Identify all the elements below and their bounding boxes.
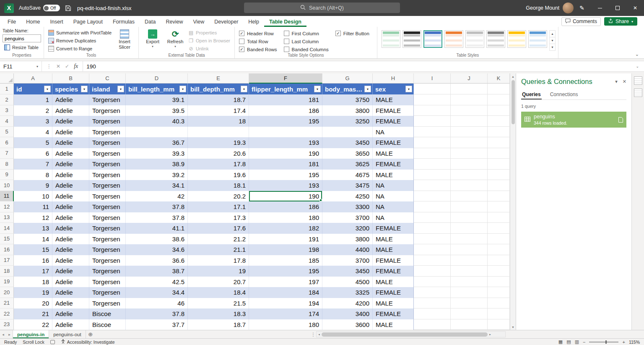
- refresh-dropdown-icon[interactable]: ▾: [174, 45, 176, 48]
- row-header-11[interactable]: 11: [0, 191, 14, 202]
- cell-F19[interactable]: 197: [249, 277, 322, 288]
- share-dropdown-icon[interactable]: ▾: [631, 20, 633, 24]
- empty-cell[interactable]: [451, 266, 488, 277]
- row-header-3[interactable]: 3: [0, 105, 14, 116]
- zoom-slider-knob[interactable]: [605, 340, 607, 344]
- empty-cell[interactable]: [414, 319, 451, 330]
- collapse-ribbon-icon[interactable]: ⌄: [635, 52, 639, 57]
- cell-D22[interactable]: 37.8: [126, 308, 188, 319]
- cell-B6[interactable]: Adelie: [52, 137, 89, 148]
- cell-D12[interactable]: 37.8: [126, 201, 188, 212]
- cell-A5[interactable]: 4: [14, 127, 52, 138]
- empty-cell[interactable]: [451, 223, 488, 234]
- table-style-thumb[interactable]: [465, 30, 484, 48]
- cell-A10[interactable]: 9: [14, 180, 52, 191]
- ribbon-tab-view[interactable]: View: [188, 16, 209, 27]
- cell-C10[interactable]: Torgersen: [89, 180, 126, 191]
- empty-cell[interactable]: [451, 84, 488, 94]
- cell-C6[interactable]: Torgersen: [89, 137, 126, 148]
- cell-E6[interactable]: 19.3: [188, 137, 249, 148]
- cell-H11[interactable]: NA: [373, 191, 414, 202]
- normal-view-icon[interactable]: ▦: [558, 340, 563, 344]
- cell-H5[interactable]: NA: [373, 127, 414, 138]
- cell-F21[interactable]: 194: [249, 298, 322, 309]
- cell-H16[interactable]: MALE: [373, 244, 414, 255]
- cell-D2[interactable]: 39.1: [126, 94, 188, 105]
- resize-table-button[interactable]: Resize Table: [3, 44, 40, 51]
- empty-cell[interactable]: [488, 191, 510, 202]
- cell-E23[interactable]: 18.7: [188, 319, 249, 330]
- cell-B15[interactable]: Adelie: [52, 234, 89, 245]
- style-option-banded-rows[interactable]: ✓Banded Rows: [239, 47, 277, 52]
- ribbon-tab-data[interactable]: Data: [140, 16, 161, 27]
- empty-cell[interactable]: [414, 94, 451, 105]
- cell-E17[interactable]: 17.8: [188, 255, 249, 266]
- cell-E8[interactable]: 17.8: [188, 159, 249, 170]
- empty-cell[interactable]: [414, 298, 451, 309]
- sheet-tab-penguins-in[interactable]: penguins-in: [13, 330, 49, 338]
- empty-cell[interactable]: [488, 287, 510, 298]
- column-header-E[interactable]: E: [188, 73, 249, 84]
- cell-C14[interactable]: Torgersen: [89, 223, 126, 234]
- cell-H8[interactable]: FEMALE: [373, 159, 414, 170]
- search-box[interactable]: Search (Alt+Q): [244, 3, 400, 13]
- column-header-H[interactable]: H: [373, 73, 414, 84]
- cell-B19[interactable]: Adelie: [52, 277, 89, 288]
- row-header-22[interactable]: 22: [0, 308, 14, 319]
- cell-C20[interactable]: Torgersen: [89, 287, 126, 298]
- cell-G8[interactable]: 3625: [322, 159, 373, 170]
- cell-H19[interactable]: MALE: [373, 277, 414, 288]
- cell-C17[interactable]: Torgersen: [89, 255, 126, 266]
- cell-E21[interactable]: 21.5: [188, 298, 249, 309]
- cell-G19[interactable]: 4500: [322, 277, 373, 288]
- cell-E2[interactable]: 18.7: [188, 94, 249, 105]
- cell-D8[interactable]: 38.9: [126, 159, 188, 170]
- cell-B10[interactable]: Adelie: [52, 180, 89, 191]
- tab-connections[interactable]: Connections: [549, 91, 579, 99]
- cell-G3[interactable]: 3800: [322, 105, 373, 116]
- empty-cell[interactable]: [451, 277, 488, 288]
- cell-C4[interactable]: Torgersen: [89, 116, 126, 127]
- cell-H2[interactable]: MALE: [373, 94, 414, 105]
- cell-B9[interactable]: Adelie: [52, 170, 89, 180]
- cell-F6[interactable]: 193: [249, 137, 322, 148]
- cell-B13[interactable]: Adelie: [52, 212, 89, 223]
- cell-H17[interactable]: FEMALE: [373, 255, 414, 266]
- cell-B14[interactable]: Adelie: [52, 223, 89, 234]
- ribbon-tab-formulas[interactable]: Formulas: [108, 16, 140, 27]
- cell-B17[interactable]: Adelie: [52, 255, 89, 266]
- cell-G16[interactable]: 4400: [322, 244, 373, 255]
- cell-G18[interactable]: 3450: [322, 266, 373, 277]
- empty-cell[interactable]: [414, 255, 451, 266]
- cell-C16[interactable]: Torgersen: [89, 244, 126, 255]
- cell-H3[interactable]: FEMALE: [373, 105, 414, 116]
- cell-G13[interactable]: 3700: [322, 212, 373, 223]
- filter-button[interactable]: ▼: [81, 86, 88, 92]
- empty-cell[interactable]: [414, 234, 451, 245]
- cell-D4[interactable]: 40.3: [126, 116, 188, 127]
- row-header-14[interactable]: 14: [0, 223, 14, 234]
- style-option-filter-button[interactable]: ✓Filter Button: [335, 31, 369, 36]
- column-header-C[interactable]: C: [89, 73, 126, 84]
- insert-function-icon[interactable]: fx: [74, 63, 78, 70]
- cell-D10[interactable]: 34.1: [126, 180, 188, 191]
- cell-B8[interactable]: Adelie: [52, 159, 89, 170]
- ribbon-tab-file[interactable]: File: [3, 16, 21, 27]
- filter-button[interactable]: ▼: [117, 86, 124, 92]
- style-option-header-row[interactable]: ✓Header Row: [239, 31, 277, 36]
- cell-C12[interactable]: Torgersen: [89, 201, 126, 212]
- cell-E11[interactable]: 20.2: [188, 191, 249, 202]
- cell-B3[interactable]: Adelie: [52, 105, 89, 116]
- row-header-23[interactable]: 23: [0, 319, 14, 330]
- empty-cell[interactable]: [488, 212, 510, 223]
- cell-D23[interactable]: 37.7: [126, 319, 188, 330]
- empty-cell[interactable]: [451, 212, 488, 223]
- cell-G5[interactable]: [322, 127, 373, 138]
- cell-E12[interactable]: 17.1: [188, 201, 249, 212]
- table-style-thumb[interactable]: [402, 30, 421, 48]
- cell-H9[interactable]: MALE: [373, 170, 414, 180]
- empty-cell[interactable]: [488, 159, 510, 170]
- zoom-slider[interactable]: [589, 342, 618, 342]
- cell-F16[interactable]: 198: [249, 244, 322, 255]
- row-header-2[interactable]: 2: [0, 94, 14, 105]
